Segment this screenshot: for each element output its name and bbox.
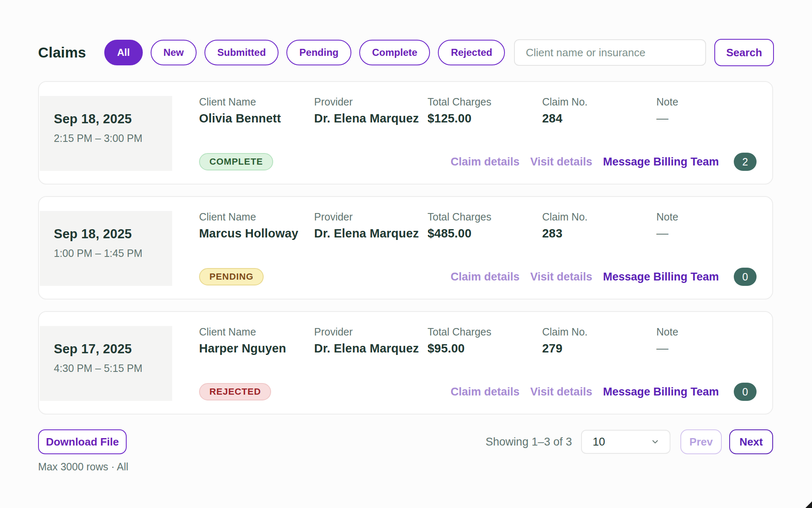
filter-all[interactable]: All	[104, 40, 143, 65]
claim-no-field: Claim No. 284	[542, 96, 656, 125]
fields-row: Client Name Marcus Holloway Provider Dr.…	[199, 211, 757, 240]
charges-label: Total Charges	[428, 326, 542, 338]
provider-field: Provider Dr. Elena Marquez	[314, 326, 428, 355]
provider-label: Provider	[314, 96, 428, 108]
claim-card: Sep 17, 2025 4:30 PM – 5:15 PM Client Na…	[38, 311, 773, 415]
header: Claims All New Submitted Pending Complet…	[38, 39, 774, 66]
provider-value: Dr. Elena Marquez	[314, 112, 428, 125]
claim-no-value: 283	[542, 227, 656, 240]
note-label: Note	[656, 326, 757, 338]
footer-left: Download File Max 3000 rows · All	[38, 429, 128, 473]
claim-card: Sep 18, 2025 2:15 PM – 3:00 PM Client Na…	[38, 81, 773, 185]
message-count-badge: 2	[734, 153, 757, 171]
footer: Download File Max 3000 rows · All Showin…	[38, 429, 773, 473]
claim-time: 2:15 PM – 3:00 PM	[54, 132, 164, 144]
client-field: Client Name Harper Nguyen	[199, 326, 314, 355]
status-badge: COMPLETE	[199, 153, 273, 170]
claim-no-label: Claim No.	[542, 326, 656, 338]
charges-value: $485.00	[428, 227, 542, 240]
note-field: Note —	[656, 326, 757, 355]
client-label: Client Name	[199, 96, 314, 108]
charges-label: Total Charges	[428, 96, 542, 108]
claim-no-value: 279	[542, 342, 656, 355]
charges-label: Total Charges	[428, 211, 542, 223]
claim-details-link[interactable]: Claim details	[451, 156, 520, 168]
provider-value: Dr. Elena Marquez	[314, 342, 428, 355]
filter-pills: All New Submitted Pending Complete Rejec…	[104, 40, 505, 65]
search-input[interactable]	[514, 39, 706, 66]
prev-button[interactable]: Prev	[680, 429, 722, 454]
filter-complete[interactable]: Complete	[359, 40, 430, 65]
visit-details-link[interactable]: Visit details	[530, 156, 592, 168]
charges-value: $125.00	[428, 112, 542, 125]
claim-no-field: Claim No. 283	[542, 211, 656, 240]
note-field: Note —	[656, 96, 757, 125]
claim-date: Sep 17, 2025	[54, 342, 164, 357]
provider-value: Dr. Elena Marquez	[314, 227, 428, 240]
cursor-artifact	[805, 501, 812, 508]
next-button[interactable]: Next	[729, 429, 773, 454]
filter-new[interactable]: New	[151, 40, 197, 65]
charges-field: Total Charges $125.00	[428, 96, 542, 125]
date-panel: Sep 18, 2025 1:00 PM – 1:45 PM	[40, 211, 172, 286]
claim-details-area: Client Name Harper Nguyen Provider Dr. E…	[199, 326, 757, 401]
fields-row: Client Name Olivia Bennett Provider Dr. …	[199, 96, 757, 125]
page-size-value: 10	[593, 436, 651, 448]
claim-card: Sep 18, 2025 1:00 PM – 1:45 PM Client Na…	[38, 196, 773, 300]
claim-time: 4:30 PM – 5:15 PM	[54, 362, 164, 374]
message-billing-link[interactable]: Message Billing Team	[603, 386, 719, 398]
claim-no-label: Claim No.	[542, 96, 656, 108]
claim-time: 1:00 PM – 1:45 PM	[54, 247, 164, 259]
message-count-badge: 0	[734, 383, 757, 401]
showing-text: Showing 1–3 of 3	[485, 436, 572, 448]
filter-rejected[interactable]: Rejected	[438, 40, 505, 65]
note-value: —	[656, 227, 757, 240]
date-panel: Sep 17, 2025 4:30 PM – 5:15 PM	[40, 326, 172, 401]
note-label: Note	[656, 96, 757, 108]
claim-no-value: 284	[542, 112, 656, 125]
date-panel: Sep 18, 2025 2:15 PM – 3:00 PM	[40, 96, 172, 171]
claim-date: Sep 18, 2025	[54, 112, 164, 127]
status-badge: PENDING	[199, 268, 264, 285]
note-label: Note	[656, 211, 757, 223]
filter-submitted[interactable]: Submitted	[204, 40, 279, 65]
client-label: Client Name	[199, 211, 314, 223]
claims-page: Claims All New Submitted Pending Complet…	[0, 0, 812, 473]
page-title: Claims	[38, 44, 86, 61]
claim-details-area: Client Name Marcus Holloway Provider Dr.…	[199, 211, 757, 286]
page-size-select[interactable]: 10	[581, 430, 670, 454]
claim-no-label: Claim No.	[542, 211, 656, 223]
max-rows-caption: Max 3000 rows · All	[38, 461, 128, 473]
download-file-button[interactable]: Download File	[38, 429, 127, 454]
search-button[interactable]: Search	[714, 39, 774, 66]
claim-details-link[interactable]: Claim details	[451, 271, 520, 283]
chevron-down-icon	[651, 437, 660, 446]
provider-label: Provider	[314, 326, 428, 338]
filter-pending[interactable]: Pending	[286, 40, 351, 65]
provider-field: Provider Dr. Elena Marquez	[314, 211, 428, 240]
pagination: Showing 1–3 of 3 10 Prev Next	[485, 429, 773, 454]
note-field: Note —	[656, 211, 757, 240]
charges-value: $95.00	[428, 342, 542, 355]
provider-label: Provider	[314, 211, 428, 223]
actions-row: COMPLETE Claim details Visit details Mes…	[199, 153, 757, 171]
claim-date: Sep 18, 2025	[54, 227, 164, 242]
visit-details-link[interactable]: Visit details	[530, 271, 592, 283]
charges-field: Total Charges $485.00	[428, 211, 542, 240]
fields-row: Client Name Harper Nguyen Provider Dr. E…	[199, 326, 757, 355]
message-billing-link[interactable]: Message Billing Team	[603, 156, 719, 168]
message-count-badge: 0	[734, 268, 757, 286]
claim-details-link[interactable]: Claim details	[451, 386, 520, 398]
claim-details-area: Client Name Olivia Bennett Provider Dr. …	[199, 96, 757, 171]
actions-row: PENDING Claim details Visit details Mess…	[199, 268, 757, 286]
charges-field: Total Charges $95.00	[428, 326, 542, 355]
status-badge: REJECTED	[199, 383, 271, 400]
note-value: —	[656, 342, 757, 355]
claim-no-field: Claim No. 279	[542, 326, 656, 355]
note-value: —	[656, 112, 757, 125]
message-billing-link[interactable]: Message Billing Team	[603, 271, 719, 283]
client-label: Client Name	[199, 326, 314, 338]
actions-row: REJECTED Claim details Visit details Mes…	[199, 383, 757, 401]
client-value: Marcus Holloway	[199, 227, 314, 240]
visit-details-link[interactable]: Visit details	[530, 386, 592, 398]
